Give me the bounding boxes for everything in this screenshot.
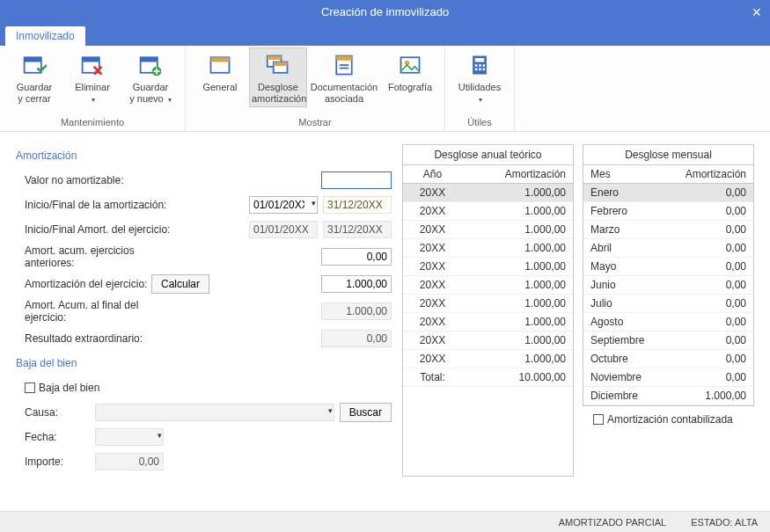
ribbon-group-mantenimiento: Guardar y cerrar Eliminar▾ Guardar y nue… <box>0 46 186 131</box>
label-amort-ej: Amortización del ejercicio: <box>16 278 148 290</box>
svg-rect-10 <box>268 56 282 60</box>
table-row[interactable]: Junio0,00 <box>583 276 753 295</box>
close-icon[interactable]: × <box>752 0 761 25</box>
table-row[interactable]: Marzo0,00 <box>583 221 753 239</box>
chevron-down-icon: ▾ <box>168 94 172 106</box>
table-row[interactable]: Julio0,00 <box>583 295 753 313</box>
table-row[interactable]: Mayo0,00 <box>583 258 753 276</box>
utilidades-button[interactable]: Utilidades▾ <box>451 47 509 108</box>
table-row[interactable]: Noviembre0,00 <box>583 368 753 387</box>
table-row[interactable]: Febrero0,00 <box>583 202 753 221</box>
photo-icon <box>384 50 436 80</box>
section-baja: Baja del bien <box>16 357 392 369</box>
table-row[interactable]: Diciembre1.000,00 <box>583 387 753 405</box>
baja-checkbox-label: Baja del bien <box>39 382 99 394</box>
svg-rect-17 <box>401 57 420 73</box>
amort-ej-input[interactable] <box>321 275 392 293</box>
annual-table-title: Desglose anual teórico <box>403 145 573 165</box>
table-row[interactable]: 20XX1.000,00 <box>403 258 573 276</box>
save-close-button[interactable]: Guardar y cerrar <box>5 47 63 108</box>
save-new-button[interactable]: Guardar y nuevo ▾ <box>121 47 180 108</box>
calculator-icon <box>453 50 506 80</box>
title-bar: Creación de inmovilizado × <box>0 0 770 25</box>
causa-select <box>95 404 334 421</box>
calcular-button[interactable]: Calcular <box>151 274 209 294</box>
inicio-ej-input <box>249 221 318 238</box>
svg-rect-21 <box>475 64 478 67</box>
fotografia-button[interactable]: Fotografía <box>381 47 439 107</box>
annual-col-amort[interactable]: Amortización <box>462 165 573 184</box>
table-row[interactable]: 20XX1.000,00 <box>403 276 573 295</box>
calendar-save-icon <box>8 50 61 80</box>
table-row[interactable]: 20XX1.000,00 <box>403 221 573 239</box>
svg-rect-3 <box>83 57 99 62</box>
label-inicio-final: Inicio/Final de la amortización: <box>16 199 174 211</box>
monthly-col-month[interactable]: Mes <box>583 165 664 184</box>
delete-button[interactable]: Eliminar▾ <box>63 47 121 108</box>
document-icon <box>310 50 378 80</box>
inicio-amort-input[interactable] <box>249 196 318 214</box>
label-valor-no: Valor no amortizable: <box>16 174 174 186</box>
ribbon-group-mostrar: General Desglose amortización Documentac… <box>186 46 445 131</box>
tab-bar: Inmovilizado <box>0 25 770 46</box>
acum-ant-input[interactable] <box>321 248 392 266</box>
annual-total-row: Total:10.000,00 <box>403 368 573 387</box>
final-amort-input[interactable] <box>323 196 392 214</box>
amort-contabilizada-label: Amortización contabilizada <box>607 413 733 426</box>
annual-col-year[interactable]: Año <box>403 165 462 184</box>
buscar-button[interactable]: Buscar <box>340 403 392 422</box>
calendar-delete-icon <box>66 50 119 80</box>
desglose-button[interactable]: Desglose amortización <box>249 47 307 107</box>
baja-checkbox[interactable]: Baja del bien <box>16 382 99 394</box>
ribbon: Guardar y cerrar Eliminar▾ Guardar y nue… <box>0 46 770 132</box>
table-row[interactable]: 20XX1.000,00 <box>403 332 573 350</box>
label-fecha: Fecha: <box>16 431 95 443</box>
svg-rect-23 <box>483 64 486 67</box>
svg-rect-22 <box>479 64 481 67</box>
svg-rect-24 <box>475 69 478 71</box>
svg-rect-1 <box>25 57 41 62</box>
annual-table: Desglose anual teórico Año Amortización … <box>402 144 574 477</box>
amort-contabilizada-checkbox[interactable]: Amortización contabilizada <box>584 413 733 426</box>
label-inicio-final-ej: Inicio/Final Amort. del ejercicio: <box>16 223 174 236</box>
svg-rect-20 <box>475 58 485 62</box>
fecha-input <box>95 428 164 446</box>
table-row[interactable]: 20XX1.000,00 <box>403 295 573 313</box>
label-resultado: Resultado extraordinario: <box>16 332 174 345</box>
tab-inmovilizado[interactable]: Inmovilizado <box>5 26 85 46</box>
window-title: Creación de inmovilizado <box>321 5 449 18</box>
table-row[interactable]: Octubre0,00 <box>583 350 753 368</box>
table-row[interactable]: 20XX1.000,00 <box>403 202 573 221</box>
valor-no-input[interactable] <box>321 171 392 189</box>
status-estado: ESTADO: ALTA <box>691 517 758 528</box>
calendar-new-icon <box>124 50 177 80</box>
svg-rect-25 <box>479 69 481 71</box>
table-row[interactable]: 20XX1.000,00 <box>403 184 573 202</box>
monthly-col-amort[interactable]: Amortización <box>664 165 753 184</box>
ribbon-group-utiles: Utilidades▾ Útiles <box>445 46 515 131</box>
table-row[interactable]: Enero0,00 <box>583 184 753 202</box>
label-importe: Importe: <box>16 455 95 468</box>
label-acum-ant: Amort. acum. ejercicios anteriores: <box>16 244 174 269</box>
label-acum-fin: Amort. Acum. al final del ejercicio: <box>16 299 174 324</box>
monthly-table-title: Desglose mensual <box>583 145 753 165</box>
acum-fin-input <box>321 302 392 320</box>
resultado-input <box>321 330 392 347</box>
importe-input <box>95 453 164 470</box>
table-row[interactable]: 20XX1.000,00 <box>403 239 573 258</box>
final-ej-input <box>323 221 392 238</box>
svg-rect-5 <box>141 57 158 62</box>
documentacion-button[interactable]: Documentación asociada <box>307 47 381 107</box>
general-button[interactable]: General <box>191 47 249 107</box>
svg-rect-8 <box>211 57 230 62</box>
table-row[interactable]: 20XX1.000,00 <box>403 350 573 368</box>
svg-rect-26 <box>483 69 486 71</box>
svg-rect-12 <box>274 62 288 66</box>
table-row[interactable]: Agosto0,00 <box>583 313 753 332</box>
status-amortizado: AMORTIZADO PARCIAL <box>559 517 666 528</box>
table-row[interactable]: Septiembre0,00 <box>583 332 753 350</box>
chevron-down-icon: ▾ <box>92 94 95 106</box>
table-row[interactable]: Abril0,00 <box>583 239 753 258</box>
section-amortizacion: Amortización <box>16 149 392 162</box>
table-row[interactable]: 20XX1.000,00 <box>403 313 573 332</box>
